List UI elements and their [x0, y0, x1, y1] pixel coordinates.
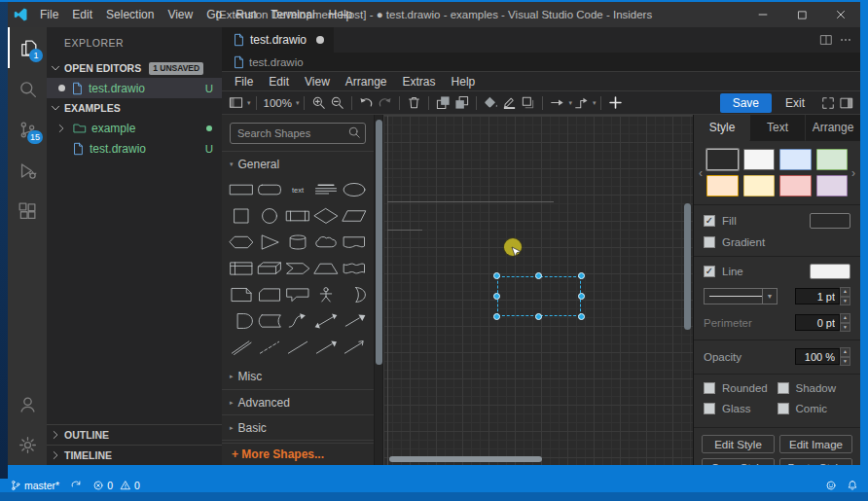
more-shapes-button[interactable]: + More Shapes... — [222, 443, 374, 465]
selection-handle[interactable] — [535, 313, 542, 320]
stepper-up-icon[interactable]: ▲ — [840, 347, 850, 357]
stepper-down-icon[interactable]: ▼ — [840, 297, 850, 306]
exit-button[interactable]: Exit — [776, 93, 814, 113]
shape-arrow-line[interactable] — [341, 337, 369, 358]
shape-card[interactable] — [255, 284, 283, 305]
section-advanced[interactable]: ▸Advanced — [222, 389, 374, 414]
shape-rectangle[interactable] — [227, 179, 255, 200]
titlebar-menu-help[interactable]: Help — [322, 5, 360, 24]
style-swatch-orange[interactable] — [706, 175, 739, 197]
titlebar-menu-go[interactable]: Go — [199, 5, 229, 24]
open-editors-header[interactable]: OPEN EDITORS 1 UNSAVED — [47, 58, 222, 78]
format-panel-toggle-button[interactable] — [837, 93, 855, 113]
line-width-input[interactable] — [795, 288, 840, 304]
drawio-canvas[interactable] — [383, 115, 693, 465]
save-button[interactable]: Save — [720, 93, 772, 113]
stepper-down-icon[interactable]: ▼ — [840, 357, 850, 367]
zoom-in-button[interactable] — [309, 93, 328, 113]
shape-data-storage[interactable] — [255, 310, 283, 332]
titlebar-menu-selection[interactable]: Selection — [99, 5, 161, 24]
shape-hexagon[interactable] — [227, 232, 255, 253]
style-swatch-blue[interactable] — [779, 149, 812, 170]
stepper-up-icon[interactable]: ▲ — [840, 313, 850, 323]
selection-handle[interactable] — [578, 293, 585, 300]
activity-item-explorer[interactable]: 1 — [8, 27, 47, 68]
fill-color-button[interactable] — [482, 93, 500, 113]
shape-arrow[interactable] — [341, 310, 369, 332]
titlebar-menu-edit[interactable]: Edit — [65, 5, 99, 24]
shape-process[interactable] — [283, 205, 311, 227]
tree-item-test-drawio[interactable]: test.drawio U — [47, 138, 222, 159]
shape-dashed-line[interactable] — [255, 337, 283, 358]
shape-textbox[interactable] — [312, 179, 341, 200]
gradient-checkbox[interactable] — [704, 236, 715, 248]
shape-tape[interactable] — [341, 258, 369, 279]
activity-item-source-control[interactable]: 15 — [8, 109, 47, 150]
shape-ellipse[interactable] — [341, 179, 369, 200]
canvas-vertical-scrollbar[interactable] — [684, 203, 691, 330]
undo-button[interactable] — [357, 93, 376, 113]
selection-handle[interactable] — [578, 313, 585, 320]
zoom-level-select[interactable]: 100%▾ — [262, 93, 300, 113]
shape-triangle[interactable] — [255, 232, 283, 253]
to-back-button[interactable] — [452, 93, 471, 113]
section-basic[interactable]: ▸Basic — [222, 414, 374, 440]
titlebar-menu-run[interactable]: Run — [229, 5, 264, 24]
line-checkbox[interactable]: ✓ — [704, 266, 715, 277]
opacity-input[interactable] — [795, 348, 840, 365]
shape-link[interactable] — [227, 337, 255, 358]
style-swatch-red[interactable] — [779, 175, 812, 197]
to-front-button[interactable] — [434, 93, 452, 113]
dirty-indicator-icon[interactable] — [316, 36, 324, 44]
selection-handle[interactable] — [493, 313, 500, 320]
canvas-horizontal-scrollbar[interactable] — [389, 456, 542, 462]
drawio-menu-edit[interactable]: Edit — [261, 73, 297, 90]
style-swatch-purple[interactable] — [816, 175, 849, 197]
section-misc[interactable]: ▸Misc — [222, 364, 374, 389]
shape-square[interactable] — [227, 205, 255, 227]
shape-circle[interactable] — [255, 205, 283, 227]
titlebar-menu-file[interactable]: File — [33, 5, 65, 24]
maximize-button[interactable] — [782, 2, 821, 27]
delete-button[interactable] — [405, 93, 423, 113]
fullscreen-button[interactable] — [818, 93, 837, 113]
glass-checkbox[interactable] — [704, 403, 715, 414]
style-swatch-green[interactable] — [816, 149, 849, 170]
shape-note[interactable] — [227, 284, 255, 305]
shape-rounded-rectangle[interactable] — [255, 179, 283, 200]
line-color-swatch[interactable] — [810, 264, 850, 279]
stepper-down-icon[interactable]: ▼ — [840, 323, 850, 333]
breadcrumb[interactable]: test.drawio — [222, 53, 860, 71]
drawio-menu-file[interactable]: File — [227, 73, 261, 90]
sync-button[interactable] — [70, 480, 82, 491]
close-button[interactable] — [821, 2, 860, 27]
redo-button[interactable] — [376, 93, 394, 113]
format-tab-text[interactable]: Text — [749, 115, 805, 141]
shape-directional-connector[interactable] — [312, 337, 341, 358]
titlebar-menu-terminal[interactable]: Terminal — [264, 5, 321, 24]
paste-style-button[interactable]: Paste Style — [779, 458, 852, 465]
style-swatch-none[interactable] — [706, 149, 739, 170]
insert-button[interactable] — [606, 93, 625, 113]
titlebar-menu-view[interactable]: View — [161, 5, 199, 24]
shape-line[interactable] — [283, 337, 311, 358]
tab-test-drawio[interactable]: test.drawio — [222, 27, 334, 53]
selection-handle[interactable] — [535, 272, 542, 279]
format-tab-style[interactable]: Style — [694, 115, 749, 141]
edit-style-button[interactable]: Edit Style — [702, 435, 775, 453]
fill-checkbox[interactable]: ✓ — [704, 215, 715, 227]
drawio-menu-extras[interactable]: Extras — [395, 73, 444, 90]
git-branch-indicator[interactable]: master* — [10, 480, 59, 491]
edit-image-button[interactable]: Edit Image — [779, 435, 852, 453]
shapes-scrollbar[interactable] — [374, 115, 383, 465]
comic-checkbox[interactable] — [778, 403, 789, 414]
selection-handle[interactable] — [493, 272, 500, 279]
selection-handle[interactable] — [578, 272, 585, 279]
line-color-button[interactable] — [500, 93, 519, 113]
tree-item-example-folder[interactable]: example — [47, 118, 222, 138]
search-shapes-input[interactable] — [230, 123, 366, 144]
stepper-up-icon[interactable]: ▲ — [840, 287, 850, 297]
shape-parallelogram[interactable] — [341, 205, 369, 227]
shape-internal-storage[interactable] — [227, 258, 255, 279]
shape-bidirectional-arrow[interactable] — [312, 310, 341, 332]
